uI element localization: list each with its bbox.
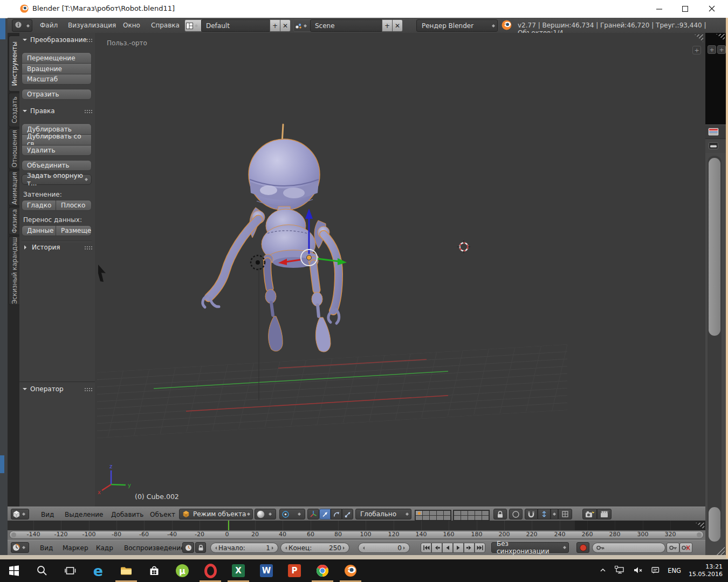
sliver-plus-button-2[interactable]: +: [717, 45, 726, 54]
layout-add-button[interactable]: +: [270, 19, 280, 32]
clock[interactable]: 13:21 15.05.2016: [689, 563, 723, 578]
close-button[interactable]: [699, 0, 724, 17]
set-origin-dropdown[interactable]: Задать опорную т...: [22, 174, 92, 185]
layers-group-2[interactable]: [453, 510, 490, 521]
layer-cell[interactable]: [461, 511, 468, 515]
manipulator-translate-button[interactable]: [319, 509, 331, 519]
render-opengl-anim-button[interactable]: [597, 509, 612, 519]
screen-layout-field[interactable]: Default: [201, 19, 274, 32]
taskbar-icon-powerpoint[interactable]: P: [280, 559, 308, 582]
taskbar-icon-task-view[interactable]: [56, 559, 84, 582]
shelf-tab-grease-pencil[interactable]: Эскизный карандаш: [9, 236, 20, 305]
lock-to-scene-button[interactable]: [493, 509, 507, 519]
current-frame-field[interactable]: 0: [358, 543, 410, 553]
time-indicator-button[interactable]: [182, 542, 194, 553]
menu-help[interactable]: Справка: [151, 22, 180, 29]
panel-header-history[interactable]: История: [23, 244, 60, 251]
manipulator-toggle-button[interactable]: [307, 509, 319, 519]
taskbar-icon-excel[interactable]: X: [224, 559, 252, 582]
sync-mode-dropdown[interactable]: Без синхронизации: [491, 542, 569, 553]
timeline-ruler[interactable]: -140-120-100-80-60-40-200204060801001201…: [8, 530, 705, 540]
proportional-edit-button[interactable]: [509, 509, 523, 519]
prev-keyframe-button[interactable]: [431, 543, 442, 553]
orientation-dropdown[interactable]: Глобально: [355, 509, 411, 519]
layer-cell[interactable]: [444, 511, 450, 515]
shelf-tab-animation[interactable]: Анимация: [9, 170, 20, 206]
shade-flat-button[interactable]: Плоско: [56, 200, 92, 211]
manipulator-scale-button[interactable]: [342, 509, 353, 519]
taskbar-icon-store[interactable]: [140, 559, 168, 582]
panel-header-transform[interactable]: Преобразование: [23, 36, 87, 44]
frame-end-field[interactable]: Конец: 250: [280, 543, 349, 553]
taskbar-icon-opera[interactable]: [196, 559, 224, 582]
scrollbar-thumb[interactable]: [709, 158, 720, 336]
layer-cell[interactable]: [482, 511, 489, 515]
editor-type-selector-3d[interactable]: [11, 509, 29, 519]
menu-tl-marker[interactable]: Маркер: [63, 544, 88, 552]
taskbar-icon-chrome[interactable]: [308, 559, 336, 582]
menu-object[interactable]: Объект: [150, 511, 175, 518]
layer-cell[interactable]: [454, 516, 461, 520]
taskbar-icon-search[interactable]: [28, 559, 56, 582]
play-reverse-button[interactable]: [442, 543, 453, 553]
snap-element-button[interactable]: [538, 509, 551, 519]
scene-delete-button[interactable]: ✕: [392, 19, 403, 32]
network-icon[interactable]: [615, 566, 626, 576]
action-center-icon[interactable]: [651, 566, 660, 576]
sliver-plus-button[interactable]: +: [708, 45, 716, 54]
menu-tl-frame[interactable]: Кадр: [96, 544, 113, 552]
timeline-frames-area[interactable]: [8, 521, 705, 531]
taskbar-icon-start[interactable]: [0, 559, 28, 582]
menu-render[interactable]: Визуализация: [68, 22, 116, 29]
next-keyframe-button[interactable]: [464, 543, 475, 553]
transfer-data-button[interactable]: Данные: [22, 225, 56, 236]
layer-cell[interactable]: [468, 511, 475, 515]
panel-header-edit[interactable]: Правка: [23, 107, 55, 115]
play-button[interactable]: [453, 543, 464, 553]
taskbar-icon-file-explorer[interactable]: [112, 559, 140, 582]
shelf-tab-relations[interactable]: Отношения: [9, 128, 20, 169]
editor-type-selector-timeline[interactable]: [11, 542, 29, 553]
menu-file[interactable]: Файл: [40, 22, 58, 29]
join-button[interactable]: Объединить: [22, 160, 92, 171]
panel-drag-dots-icon[interactable]: [84, 387, 93, 392]
menu-select[interactable]: Выделение: [65, 511, 103, 518]
delete-button[interactable]: Удалить: [22, 145, 92, 156]
transfer-placement-button[interactable]: Размещен: [56, 225, 92, 236]
translate-button[interactable]: Перемещение: [22, 52, 92, 63]
layer-cell[interactable]: [430, 516, 436, 520]
snap-target-button[interactable]: [558, 509, 572, 519]
shelf-tab-create[interactable]: Создать: [9, 93, 20, 127]
pivot-point-dropdown[interactable]: [279, 509, 305, 519]
jump-start-button[interactable]: [421, 543, 431, 553]
layer-cell[interactable]: [430, 511, 436, 515]
shelf-tab-tools[interactable]: Инструменты: [9, 36, 20, 92]
frame-start-field[interactable]: Начало: 1: [210, 543, 278, 553]
taskbar-icon-utorrent[interactable]: µ: [168, 559, 196, 582]
layer-cell[interactable]: [437, 516, 443, 520]
layers-group-1[interactable]: [415, 510, 451, 521]
rotate-button[interactable]: Вращение: [22, 63, 92, 74]
scrollbar-thumb-lower[interactable]: [709, 507, 720, 542]
jump-end-button[interactable]: [475, 543, 485, 553]
layer-cell[interactable]: [482, 516, 489, 520]
window-titlebar[interactable]: Blender [T:\Магаз\робот\Robot.blend11]: [0, 0, 728, 18]
panel-header-operator[interactable]: Оператор: [23, 385, 64, 393]
viewport-shading-dropdown[interactable]: [255, 509, 276, 519]
panel-drag-dots-icon[interactable]: [84, 246, 93, 250]
minimize-button[interactable]: [647, 0, 671, 17]
render-opengl-still-button[interactable]: [582, 509, 597, 519]
layer-cell[interactable]: [423, 511, 429, 515]
taskbar-icon-edge[interactable]: e: [84, 559, 112, 582]
mode-dropdown[interactable]: Режим объекта: [179, 509, 253, 519]
menu-tl-playback[interactable]: Воспроизведение: [124, 544, 184, 552]
menu-view[interactable]: Вид: [41, 511, 54, 518]
snap-toggle-button[interactable]: [525, 509, 538, 519]
manipulator-rotate-button[interactable]: [331, 509, 342, 519]
menu-window[interactable]: Окно: [123, 22, 140, 29]
insert-keyframe-button[interactable]: [667, 543, 679, 553]
shelf-tab-physics[interactable]: Физика: [9, 207, 20, 235]
maximize-button[interactable]: [672, 0, 697, 17]
lock-frame-button[interactable]: [195, 542, 206, 553]
layer-cell[interactable]: [454, 511, 461, 515]
